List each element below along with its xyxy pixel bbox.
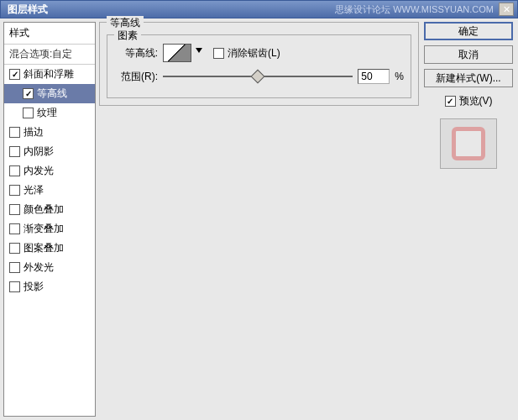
checkbox-icon[interactable] bbox=[9, 185, 20, 196]
main-area: 等高线 图素 等高线: 消除锯齿(L) 范围(R): bbox=[99, 22, 515, 417]
contour-picker[interactable] bbox=[163, 44, 191, 62]
style-item[interactable]: 光泽 bbox=[4, 181, 95, 200]
checkbox-icon[interactable] bbox=[9, 146, 20, 157]
elements-legend: 图素 bbox=[114, 29, 141, 43]
close-button[interactable]: ✕ bbox=[499, 3, 514, 16]
antialias-checkbox[interactable]: 消除锯齿(L) bbox=[213, 46, 280, 60]
checkbox-icon[interactable] bbox=[9, 223, 20, 234]
styles-list: 斜面和浮雕等高线纹理描边内阴影内发光光泽颜色叠加渐变叠加图案叠加外发光投影 bbox=[4, 65, 95, 297]
antialias-label: 消除锯齿(L) bbox=[228, 46, 280, 60]
checkbox-icon[interactable] bbox=[9, 281, 20, 292]
elements-group: 图素 等高线: 消除锯齿(L) 范围(R): bbox=[107, 34, 411, 98]
cancel-button[interactable]: 取消 bbox=[424, 45, 513, 64]
blend-options[interactable]: 混合选项:自定 bbox=[4, 45, 95, 65]
checkbox-icon[interactable] bbox=[9, 262, 20, 273]
style-item-label: 图案叠加 bbox=[24, 241, 64, 255]
checkbox-icon[interactable] bbox=[9, 69, 20, 80]
range-slider[interactable] bbox=[163, 69, 353, 84]
style-item[interactable]: 渐变叠加 bbox=[4, 219, 95, 239]
style-item-label: 纹理 bbox=[37, 106, 57, 120]
style-item-label: 斜面和浮雕 bbox=[24, 67, 74, 81]
range-input[interactable] bbox=[358, 69, 390, 84]
dialog-body: 样式 混合选项:自定 斜面和浮雕等高线纹理描边内阴影内发光光泽颜色叠加渐变叠加图… bbox=[0, 18, 518, 420]
checkbox-icon[interactable] bbox=[9, 243, 20, 254]
styles-header[interactable]: 样式 bbox=[4, 23, 95, 45]
preview-shape bbox=[452, 127, 485, 160]
button-column: 确定 取消 新建样式(W)... 预览(V) bbox=[422, 22, 515, 417]
style-item[interactable]: 图案叠加 bbox=[4, 239, 95, 258]
contour-row: 等高线: 消除锯齿(L) bbox=[114, 44, 404, 62]
settings-panel: 等高线 图素 等高线: 消除锯齿(L) 范围(R): bbox=[99, 22, 419, 417]
style-item-label: 渐变叠加 bbox=[24, 222, 64, 236]
style-item[interactable]: 等高线 bbox=[4, 84, 95, 103]
range-unit: % bbox=[395, 71, 404, 82]
checkbox-icon[interactable] bbox=[23, 88, 34, 99]
style-item-label: 内发光 bbox=[24, 164, 54, 178]
style-item[interactable]: 纹理 bbox=[4, 103, 95, 123]
styles-panel: 样式 混合选项:自定 斜面和浮雕等高线纹理描边内阴影内发光光泽颜色叠加渐变叠加图… bbox=[3, 22, 96, 417]
style-item-label: 描边 bbox=[24, 125, 44, 139]
checkbox-icon[interactable] bbox=[23, 108, 34, 118]
titlebar: 图层样式 思缘设计论坛 WWW.MISSYUAN.COM ✕ bbox=[0, 0, 518, 18]
style-item-label: 投影 bbox=[24, 280, 44, 294]
contour-label: 等高线: bbox=[114, 46, 158, 60]
style-item-label: 颜色叠加 bbox=[24, 202, 64, 217]
range-row: 范围(R): % bbox=[114, 69, 404, 84]
preview-checkbox[interactable]: 预览(V) bbox=[445, 94, 493, 108]
window-title: 图层样式 bbox=[8, 3, 335, 17]
checkbox-icon[interactable] bbox=[9, 204, 20, 215]
style-item-label: 外发光 bbox=[24, 260, 54, 275]
new-style-button[interactable]: 新建样式(W)... bbox=[424, 69, 513, 87]
preview-label: 预览(V) bbox=[459, 94, 493, 108]
checkbox-icon[interactable] bbox=[9, 165, 20, 176]
checkbox-icon bbox=[445, 96, 456, 107]
style-item-label: 内阴影 bbox=[24, 144, 54, 159]
style-item[interactable]: 内阴影 bbox=[4, 142, 95, 161]
checkbox-icon bbox=[213, 48, 224, 59]
style-item[interactable]: 描边 bbox=[4, 123, 95, 142]
ok-button[interactable]: 确定 bbox=[424, 22, 513, 40]
watermark: 思缘设计论坛 WWW.MISSYUAN.COM bbox=[335, 3, 494, 16]
style-item[interactable]: 斜面和浮雕 bbox=[4, 65, 95, 84]
preview-box bbox=[440, 118, 497, 169]
contour-group: 等高线 图素 等高线: 消除锯齿(L) 范围(R): bbox=[99, 22, 419, 106]
style-item[interactable]: 颜色叠加 bbox=[4, 200, 95, 219]
range-label: 范围(R): bbox=[114, 70, 158, 84]
style-item-label: 等高线 bbox=[37, 87, 67, 101]
style-item[interactable]: 投影 bbox=[4, 277, 95, 297]
style-item-label: 光泽 bbox=[24, 183, 44, 197]
style-item[interactable]: 内发光 bbox=[4, 161, 95, 181]
checkbox-icon[interactable] bbox=[9, 127, 20, 138]
style-item[interactable]: 外发光 bbox=[4, 258, 95, 277]
